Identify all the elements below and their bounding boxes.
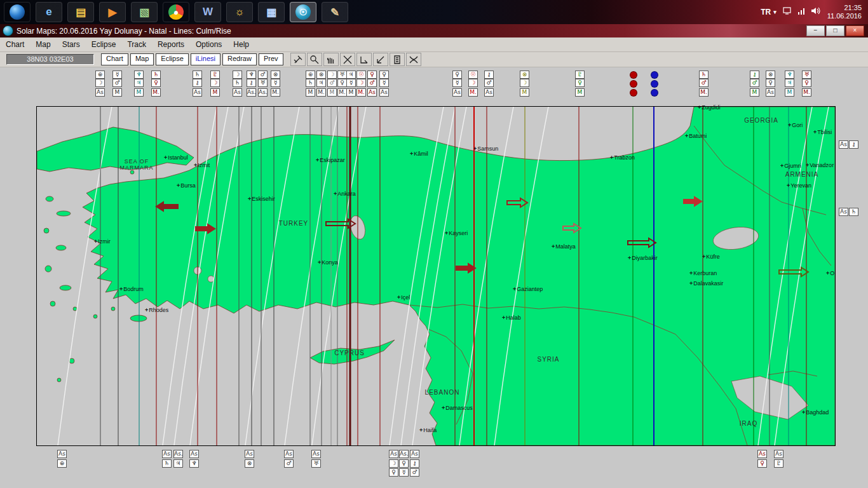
planet-glyph-chip: ☽ bbox=[356, 79, 366, 87]
eclipse-button[interactable]: Eclipse bbox=[156, 53, 188, 65]
angle-label-chip: M bbox=[750, 88, 759, 97]
menu-help[interactable]: Help bbox=[227, 38, 255, 51]
menu-track[interactable]: Track bbox=[121, 38, 152, 51]
planet-glyph-chip: ☽ bbox=[210, 79, 220, 87]
report-tool[interactable] bbox=[390, 53, 405, 66]
planet-glyph-chip: ♀ bbox=[379, 71, 389, 79]
angle-label-chip: M bbox=[210, 88, 220, 97]
planet-glyph-chip: ♂ bbox=[258, 71, 268, 79]
angle-label-chip: As bbox=[57, 450, 67, 458]
angle-label-chip: M. bbox=[468, 88, 478, 97]
ilinesi-button[interactable]: iLinesi bbox=[191, 53, 220, 65]
solar-maps-icon[interactable]: ☉ bbox=[290, 2, 316, 22]
network-icon[interactable] bbox=[783, 6, 793, 18]
angle-label-chip: As. bbox=[399, 450, 409, 458]
planet-glyph-chip: ♂ bbox=[699, 79, 709, 87]
angle-label-chip: M. bbox=[356, 88, 366, 97]
folder-icon[interactable]: ▤ bbox=[67, 2, 94, 22]
media-player-icon[interactable]: ▶ bbox=[99, 2, 126, 22]
system-tray: TR ▾ 21:35 11.06.2016 bbox=[761, 4, 868, 20]
volume-icon[interactable] bbox=[811, 6, 821, 18]
planet-glyph-chip: ♇ bbox=[210, 71, 220, 79]
planet-glyph-chip: ♂ bbox=[327, 79, 337, 87]
angle-tool[interactable] bbox=[373, 53, 388, 66]
photo-viewer-icon[interactable]: ▦ bbox=[258, 2, 285, 22]
clock[interactable]: 21:35 11.06.2016 bbox=[827, 4, 862, 20]
angle-label-chip: As bbox=[189, 450, 199, 458]
menu-eclipse[interactable]: Eclipse bbox=[86, 38, 122, 51]
planet-glyph-chip: ♅ bbox=[802, 71, 811, 79]
coordinate-display: 38N03 032E03 bbox=[6, 54, 94, 65]
angle-label-chip: As bbox=[95, 88, 105, 97]
menu-reports[interactable]: Reports bbox=[152, 38, 190, 51]
paint-icon[interactable]: ✎ bbox=[322, 2, 348, 22]
prev-button[interactable]: Prev bbox=[259, 53, 283, 65]
planet-glyph-chip: ♀ bbox=[757, 459, 767, 468]
planet-glyph-chip: ♀ bbox=[452, 71, 462, 79]
menu-stars[interactable]: Stars bbox=[57, 38, 86, 51]
solar-maps-app: e▤▶▧●W☼▦☉✎ TR ▾ 21:35 11.06.2016 Solar M… bbox=[0, 0, 868, 488]
planet-glyph-chip: ☿ bbox=[271, 79, 280, 87]
angle-label-chip: M bbox=[134, 88, 144, 97]
signal-icon[interactable] bbox=[797, 6, 806, 18]
menu-options[interactable]: Options bbox=[190, 38, 227, 51]
tray-icons bbox=[783, 6, 821, 18]
sun-icon-glyph: ☼ bbox=[234, 6, 245, 18]
corner-tool[interactable] bbox=[356, 53, 372, 66]
planet-glyph-chip: ♆ bbox=[247, 71, 256, 79]
angle-label-chip: M bbox=[785, 88, 794, 97]
angle-label-chip: As bbox=[839, 140, 848, 149]
angle-label-chip: As bbox=[245, 450, 254, 458]
pick-tool[interactable] bbox=[290, 53, 306, 66]
clock-date: 11.06.2016 bbox=[827, 12, 862, 20]
start-button[interactable] bbox=[4, 2, 31, 22]
menu-map[interactable]: Map bbox=[30, 38, 56, 51]
angle-label-chip: M. bbox=[337, 88, 347, 97]
planet-glyph-chip: ☽ bbox=[520, 79, 529, 87]
angle-label-chip: As bbox=[410, 450, 419, 458]
window-titlebar[interactable]: Solar Maps: 20.06.2016 Yay Dolunay - Nat… bbox=[0, 24, 868, 37]
angle-label-chip: As bbox=[484, 88, 494, 97]
notes-icon[interactable]: ▧ bbox=[131, 2, 158, 22]
angle-label-chip: M bbox=[112, 88, 122, 97]
planet-glyph-chip: ♆ bbox=[134, 71, 144, 79]
angle-label-chip: As bbox=[766, 88, 775, 97]
language-indicator[interactable]: TR ▾ bbox=[761, 8, 776, 17]
planet-glyph-chip: ♀ bbox=[367, 71, 377, 79]
planet-glyph-chip: ⚷ bbox=[750, 71, 759, 79]
folder-icon-glyph: ▤ bbox=[76, 6, 86, 19]
planet-glyph-chip: ♅ bbox=[337, 71, 347, 79]
planet-dot bbox=[630, 89, 637, 97]
sun-icon[interactable]: ☼ bbox=[226, 2, 253, 22]
angle-label-chip: As bbox=[774, 450, 783, 458]
menu-chart[interactable]: Chart bbox=[0, 38, 30, 51]
close-button[interactable]: × bbox=[846, 25, 864, 36]
planet-glyph-chip: ☽ bbox=[468, 79, 478, 87]
map-button[interactable]: Map bbox=[130, 53, 154, 65]
solar-maps-icon-glyph: ☉ bbox=[295, 4, 311, 20]
planet-glyph-chip: ☿ bbox=[452, 79, 462, 87]
chrome-icon[interactable]: ● bbox=[163, 2, 189, 22]
maximize-button[interactable]: □ bbox=[826, 25, 844, 36]
tongs-tool[interactable] bbox=[406, 53, 421, 66]
zoom-tool[interactable] bbox=[307, 53, 322, 66]
redraw-button[interactable]: Redraw bbox=[222, 53, 257, 65]
cross-tool[interactable] bbox=[340, 53, 355, 66]
internet-explorer-icon[interactable]: e bbox=[36, 2, 62, 22]
angle-label-chip: As. bbox=[173, 450, 183, 458]
planet-glyph-chip: ⊗ bbox=[316, 71, 326, 79]
pan-tool[interactable] bbox=[323, 53, 339, 66]
chevron-down-icon[interactable]: ▾ bbox=[773, 9, 776, 15]
planet-glyph-chip: ♄ bbox=[699, 71, 709, 79]
angle-label-chip: M. bbox=[699, 88, 709, 97]
map-canvas[interactable] bbox=[36, 106, 836, 446]
planet-glyph-chip: ☉ bbox=[356, 71, 366, 79]
chart-button[interactable]: Chart bbox=[101, 53, 128, 65]
angle-label-chip: M. bbox=[271, 88, 280, 97]
minimize-button[interactable]: − bbox=[806, 25, 825, 36]
planet-glyph-chip: ♄ bbox=[849, 208, 858, 216]
angle-label-chip: As bbox=[757, 450, 767, 458]
planet-glyph-chip: ☽ bbox=[95, 79, 105, 87]
word-icon[interactable]: W bbox=[194, 2, 221, 22]
chrome-icon-glyph: ● bbox=[168, 4, 184, 20]
